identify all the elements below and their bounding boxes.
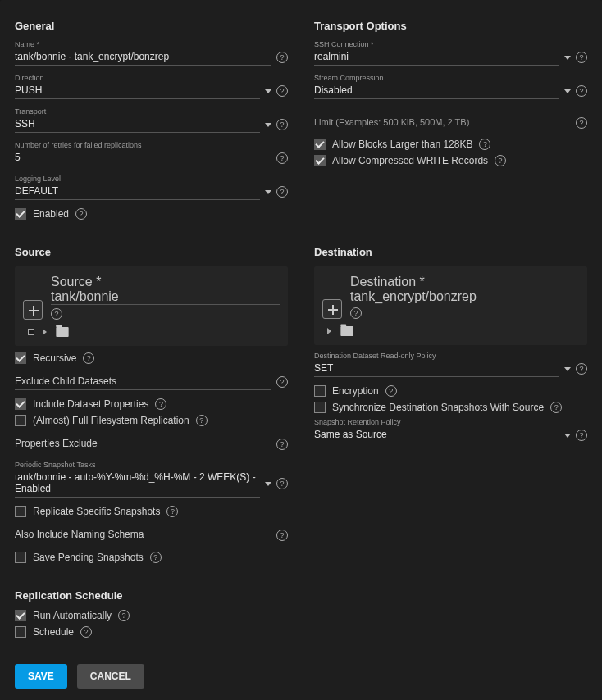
allow-compressed-label: Allow Compressed WRITE Records [332,155,488,166]
run-auto-checkbox[interactable] [15,610,26,621]
direction-label: Direction [15,74,288,83]
cancel-button[interactable]: CANCEL [77,664,144,689]
help-icon[interactable]: ? [276,478,288,489]
help-icon[interactable]: ? [550,402,562,413]
help-icon[interactable]: ? [118,610,130,621]
include-props-checkbox[interactable] [15,398,26,410]
help-icon[interactable]: ? [83,352,94,364]
also-include-input[interactable]: Also Include Naming Schema [15,527,271,543]
help-icon[interactable]: ? [276,186,288,198]
chevron-down-icon [564,434,571,438]
help-icon[interactable]: ? [576,430,587,441]
source-field-label: Source * [51,275,101,289]
general-title: General [15,20,288,32]
transport-label: Transport [15,107,288,116]
help-icon[interactable]: ? [80,626,92,638]
run-auto-label: Run Automatically [33,610,112,621]
retries-input[interactable]: 5 [15,150,271,166]
help-icon[interactable]: ? [150,552,162,563]
help-icon[interactable]: ? [276,85,288,97]
add-dataset-button[interactable] [23,300,43,320]
help-icon[interactable]: ? [576,52,587,63]
ssh-conn-label: SSH Connection * [314,40,587,49]
retention-select[interactable]: Same as Source [314,427,559,443]
help-icon[interactable]: ? [276,439,288,450]
tree-node-checkbox[interactable] [28,329,34,335]
schedule-checkbox[interactable] [15,626,26,638]
readonly-policy-label: Destination Dataset Read-only Policy [314,352,587,361]
help-icon[interactable]: ? [276,52,288,63]
help-icon[interactable]: ? [495,155,506,166]
chevron-down-icon [265,482,271,486]
allow-blocks-label: Allow Blocks Larger than 128KB [332,139,472,150]
tree-expand-icon[interactable] [43,329,47,335]
properties-exclude-input[interactable]: Properties Exclude [15,436,271,452]
ssh-conn-select[interactable]: realmini [314,49,559,66]
readonly-policy-select[interactable]: SET [314,361,559,377]
loglevel-select[interactable]: DEFAULT [15,184,260,200]
include-props-label: Include Dataset Properties [33,398,148,410]
save-button[interactable]: SAVE [15,664,67,689]
help-icon[interactable]: ? [276,530,288,541]
dest-path-input[interactable]: tank_encrypt/bonzrep [350,289,579,304]
limit-input[interactable]: Limit (Examples: 500 KiB, 500M, 2 TB) [314,116,571,130]
source-path-input[interactable]: tank/bonnie [51,289,280,305]
help-icon[interactable]: ? [166,506,178,517]
sync-snapshots-label: Synchronize Destination Snapshots With S… [332,402,544,413]
enabled-label: Enabled [33,208,69,220]
recursive-checkbox[interactable] [15,352,26,364]
encryption-label: Encryption [332,385,379,397]
help-icon[interactable]: ? [350,307,362,319]
help-icon[interactable]: ? [576,117,587,129]
almost-full-checkbox[interactable] [15,415,26,426]
stream-comp-select[interactable]: Disabled [314,83,559,99]
help-icon[interactable]: ? [155,398,166,410]
help-icon[interactable]: ? [51,308,62,320]
replicate-specific-checkbox[interactable] [15,506,26,517]
source-browser: Source * tank/bonnie ? [15,266,288,346]
schedule-label: Schedule [33,626,74,638]
chevron-down-icon [564,89,571,93]
folder-icon [340,326,353,336]
name-label: Name * [15,40,288,49]
help-icon[interactable]: ? [276,152,288,164]
enabled-checkbox[interactable] [15,208,26,220]
dest-field-label: Destination * [350,275,425,289]
chevron-down-icon [564,367,571,371]
chevron-down-icon [265,89,271,93]
tree-expand-icon[interactable] [327,328,331,334]
help-icon[interactable]: ? [276,376,288,388]
allow-compressed-checkbox[interactable] [314,155,326,166]
replicate-specific-label: Replicate Specific Snapshots [33,506,160,517]
allow-blocks-checkbox[interactable] [314,139,326,150]
help-icon[interactable]: ? [479,139,490,150]
help-icon[interactable]: ? [576,85,587,97]
transport-options-title: Transport Options [314,20,587,32]
almost-full-label: (Almost) Full Filesystem Replication [33,415,189,426]
chevron-down-icon [564,56,571,60]
save-pending-checkbox[interactable] [15,552,26,563]
sync-snapshots-checkbox[interactable] [314,402,326,413]
direction-select[interactable]: PUSH [15,83,260,99]
encryption-checkbox[interactable] [314,385,326,397]
folder-icon [56,327,68,337]
transport-select[interactable]: SSH [15,116,260,133]
destination-title: Destination [314,246,587,258]
help-icon[interactable]: ? [75,208,87,220]
chevron-down-icon [265,190,271,194]
help-icon[interactable]: ? [385,385,397,397]
stream-comp-label: Stream Compression [314,74,587,83]
periodic-select[interactable]: tank/bonnie - auto-%Y-%m-%d_%H-%M - 2 WE… [15,470,260,498]
periodic-label: Periodic Snapshot Tasks [15,461,288,470]
help-icon[interactable]: ? [576,363,587,375]
help-icon[interactable]: ? [196,415,208,426]
name-input[interactable]: tank/bonnie - tank_encrypt/bonzrep [15,49,271,66]
loglevel-label: Logging Level [15,175,288,184]
source-title: Source [15,246,288,258]
retention-label: Snapshot Retention Policy [314,418,587,427]
add-dataset-button[interactable] [322,299,342,319]
exclude-child-input[interactable]: Exclude Child Datasets [15,374,271,390]
save-pending-label: Save Pending Snapshots [33,552,144,563]
help-icon[interactable]: ? [276,119,288,130]
recursive-label: Recursive [33,352,76,364]
